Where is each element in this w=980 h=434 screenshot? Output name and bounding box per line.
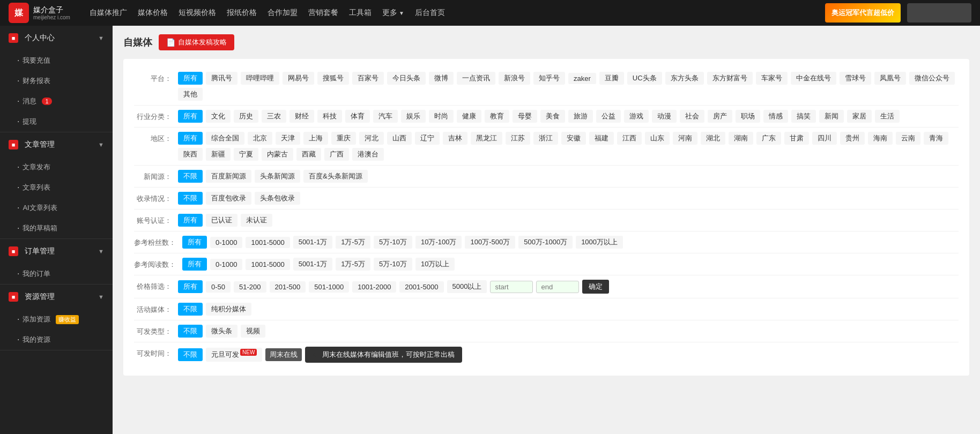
nav-item-yxtc[interactable]: 营销套餐: [308, 8, 338, 18]
filter-tag-头条新闻源[interactable]: 头条新闻源: [255, 170, 300, 183]
filter-tag-未认证[interactable]: 未认证: [241, 214, 272, 227]
sidebar-section-header-article[interactable]: ■ 文章管理 ▼: [0, 132, 113, 157]
filter-tag-陕西[interactable]: 陕西: [178, 148, 203, 161]
filter-tag-浙江[interactable]: 浙江: [533, 132, 558, 145]
filter-tag-内蒙古[interactable]: 内蒙古: [262, 148, 293, 161]
filter-tag-重庆[interactable]: 重庆: [331, 132, 356, 145]
filter-tag-zaker[interactable]: zaker: [568, 73, 596, 84]
filter-tag-东方头条[interactable]: 东方头条: [665, 72, 704, 85]
filter-tag-1001-5000[interactable]: 1001-5000: [246, 259, 289, 270]
logo[interactable]: 媒 媒介盒子 meijiehez i.com: [9, 3, 70, 23]
nav-item-bz[interactable]: 报纸价格: [227, 8, 257, 18]
filter-tag-0-1000[interactable]: 0-1000: [210, 259, 242, 270]
filter-tag-动漫[interactable]: 动漫: [652, 110, 677, 123]
filter-tag-山西[interactable]: 山西: [387, 132, 412, 145]
filter-tag-1万-5万[interactable]: 1万-5万: [336, 258, 370, 271]
filter-tag-贵州[interactable]: 贵州: [840, 132, 865, 145]
filter-tag-游戏[interactable]: 游戏: [624, 110, 649, 123]
filter-tag-不限[interactable]: 不限: [178, 170, 203, 183]
sidebar-item-AI文章列表[interactable]: · AI文章列表: [0, 198, 113, 218]
sidebar-item-提现[interactable]: · 提现: [0, 111, 113, 132]
filter-tag-科技[interactable]: 科技: [317, 110, 342, 123]
filter-tag-广东[interactable]: 广东: [756, 132, 781, 145]
filter-tag-不限[interactable]: 不限: [178, 325, 203, 338]
filter-tag-体育[interactable]: 体育: [345, 110, 370, 123]
filter-tag-纯积分媒体[interactable]: 纯积分媒体: [206, 303, 251, 316]
filter-tag-情感[interactable]: 情感: [763, 110, 788, 123]
filter-tag-已认证[interactable]: 已认证: [206, 214, 237, 227]
filter-tag-天津[interactable]: 天津: [276, 132, 300, 145]
filter-tag-河南[interactable]: 河南: [673, 132, 697, 145]
filter-tag-元旦可发[interactable]: 元旦可发NEW: [206, 348, 262, 361]
filter-tag-0-50[interactable]: 0-50: [206, 281, 231, 293]
filter-tag-湖北[interactable]: 湖北: [701, 132, 725, 145]
filter-tag-5万-10万[interactable]: 5万-10万: [374, 258, 412, 271]
filter-tag-青海[interactable]: 青海: [924, 132, 948, 145]
filter-tag-广西[interactable]: 广西: [324, 148, 349, 161]
price-start-input[interactable]: [490, 281, 533, 293]
price-confirm-button[interactable]: 确定: [582, 280, 609, 294]
filter-tag-其他[interactable]: 其他: [178, 88, 203, 101]
filter-tag-5001-1万[interactable]: 5001-1万: [293, 236, 332, 249]
filter-tag-UC头条[interactable]: UC头条: [627, 72, 662, 85]
filter-tag-新浪号[interactable]: 新浪号: [499, 72, 530, 85]
filter-tag-文化[interactable]: 文化: [206, 110, 231, 123]
filter-tag-公益[interactable]: 公益: [596, 110, 621, 123]
filter-tag-黑龙江[interactable]: 黑龙江: [471, 132, 502, 145]
strategy-button[interactable]: 📄 自媒体发稿攻略: [159, 34, 234, 50]
filter-tag-财经[interactable]: 财经: [289, 110, 314, 123]
sidebar-item-我的资源[interactable]: · 我的资源: [0, 330, 113, 350]
filter-tag-母婴[interactable]: 母婴: [513, 110, 537, 123]
filter-tag-网易号[interactable]: 网易号: [283, 72, 314, 85]
filter-tag-云南[interactable]: 云南: [896, 132, 920, 145]
filter-tag-1001-5000[interactable]: 1001-5000: [246, 237, 289, 248]
filter-tag-三农[interactable]: 三农: [262, 110, 286, 123]
filter-tag-百度&头条新闻源[interactable]: 百度&头条新闻源: [303, 170, 368, 183]
filter-tag-不限[interactable]: 不限: [178, 303, 203, 316]
filter-tag-501-1000[interactable]: 501-1000: [309, 281, 349, 293]
filter-tag-吉林[interactable]: 吉林: [443, 132, 467, 145]
filter-tag-搜狐号[interactable]: 搜狐号: [317, 72, 349, 85]
filter-tag-娱乐[interactable]: 娱乐: [401, 110, 426, 123]
filter-tag-生活[interactable]: 生活: [875, 110, 900, 123]
filter-tag-微信公众号[interactable]: 微信公众号: [909, 72, 955, 85]
filter-tag-综合全国[interactable]: 综合全国: [206, 132, 244, 145]
sidebar-item-我要充值[interactable]: · 我要充值: [0, 50, 113, 71]
filter-tag-房产[interactable]: 房产: [708, 110, 732, 123]
filter-tag-江苏[interactable]: 江苏: [506, 132, 530, 145]
filter-tag-车家号[interactable]: 车家号: [756, 72, 788, 85]
filter-tag-西藏[interactable]: 西藏: [296, 148, 321, 161]
sidebar-section-header-personal[interactable]: ■ 个人中心 ▼: [0, 26, 113, 50]
filter-tag-北京[interactable]: 北京: [248, 132, 272, 145]
filter-tag-100万-500万[interactable]: 100万-500万: [465, 236, 515, 249]
filter-tag-所有[interactable]: 所有: [178, 214, 203, 227]
ad-banner[interactable]: 奥运冠军代言超低价: [825, 3, 901, 23]
nav-item-more[interactable]: 更多▼: [382, 8, 404, 18]
filter-tag-教育[interactable]: 教育: [485, 110, 509, 123]
sidebar-item-财务报表[interactable]: · 财务报表: [0, 71, 113, 91]
filter-tag-海南[interactable]: 海南: [868, 132, 893, 145]
filter-tag-腾讯号[interactable]: 腾讯号: [206, 72, 237, 85]
filter-tag-辽宁[interactable]: 辽宁: [415, 132, 440, 145]
filter-tag-所有[interactable]: 所有: [178, 280, 203, 293]
filter-tag-山东[interactable]: 山东: [645, 132, 670, 145]
filter-tag-视频[interactable]: 视频: [241, 325, 265, 338]
filter-tag-港澳台[interactable]: 港澳台: [352, 148, 384, 161]
filter-tag-微博[interactable]: 微博: [429, 72, 454, 85]
filter-tag-新疆[interactable]: 新疆: [206, 148, 231, 161]
filter-tag-凤凰号[interactable]: 凤凰号: [874, 72, 906, 85]
filter-tag-所有[interactable]: 所有: [178, 132, 203, 145]
filter-tag-今日头条[interactable]: 今日头条: [387, 72, 426, 85]
sidebar-section-header-resource[interactable]: ■ 资源管理 ▼: [0, 285, 113, 309]
filter-tag-美食[interactable]: 美食: [540, 110, 565, 123]
filter-tag-5001-1万[interactable]: 5001-1万: [293, 258, 332, 271]
filter-tag-家居[interactable]: 家居: [847, 110, 872, 123]
nav-item-zmt[interactable]: 自媒体推广: [90, 8, 127, 18]
nav-item-home[interactable]: 后台首页: [415, 8, 445, 18]
filter-tag-百度新闻源[interactable]: 百度新闻源: [206, 170, 251, 183]
filter-tag-职场[interactable]: 职场: [736, 110, 760, 123]
filter-tag-5000以上[interactable]: 5000以上: [447, 280, 487, 293]
filter-tag-百度包收录[interactable]: 百度包收录: [206, 192, 251, 205]
filter-tag-社会[interactable]: 社会: [680, 110, 704, 123]
filter-tag-所有[interactable]: 所有: [178, 72, 203, 85]
